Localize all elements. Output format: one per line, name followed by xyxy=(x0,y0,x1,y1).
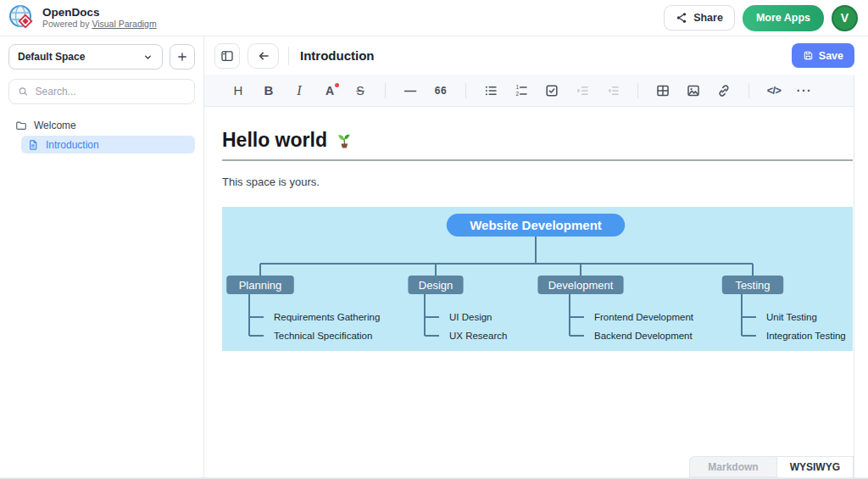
save-icon xyxy=(803,50,814,61)
bold-button-glyph: B xyxy=(264,83,274,97)
share-icon xyxy=(676,12,687,24)
body: Default Space WelcomeIntrod xyxy=(0,36,868,477)
strikethrough-button[interactable]: S xyxy=(348,79,373,103)
mindmap-leaf-label: UI Design xyxy=(449,312,492,322)
heading-button[interactable]: H xyxy=(225,79,251,103)
back-button[interactable] xyxy=(248,43,279,69)
outdent-button xyxy=(600,79,626,103)
arrow-left-icon xyxy=(257,49,270,63)
mindmap-leaf-label: Unit Testing xyxy=(766,312,817,322)
document-icon xyxy=(27,139,39,151)
space-selector-value: Default Space xyxy=(18,51,85,63)
powered-by-prefix: Powered by xyxy=(42,19,92,29)
search-box[interactable] xyxy=(8,79,195,104)
more-button-glyph: ··· xyxy=(797,84,813,97)
top-header: OpenDocs Powered by Visual Paradigm Shar… xyxy=(0,0,868,36)
code-button-glyph: </> xyxy=(767,85,782,97)
link-button[interactable] xyxy=(711,79,737,103)
horizontal-rule-button-glyph: — xyxy=(404,84,416,97)
font-color-button[interactable]: A xyxy=(317,79,342,103)
mindmap-diagram[interactable]: Website DevelopmentRequirements Gatherin… xyxy=(222,207,853,351)
heading-rule xyxy=(222,159,853,161)
mode-tab-wysiwyg[interactable]: WYSIWYG xyxy=(776,456,854,477)
user-avatar[interactable]: V xyxy=(832,5,858,31)
document-column: HBIAS—6612</>··· Hello world xyxy=(204,75,854,477)
document-heading-text: Hello world xyxy=(222,129,327,152)
task-list-button[interactable] xyxy=(539,79,565,103)
page-title: Introduction xyxy=(300,48,374,63)
tree-item-label: Welcome xyxy=(34,120,76,131)
svg-text:2: 2 xyxy=(516,91,520,97)
mindmap-root-label: Website Development xyxy=(470,218,602,232)
toolbar-divider xyxy=(385,83,386,98)
horizontal-rule-button[interactable]: — xyxy=(398,79,423,103)
share-button-label: Share xyxy=(693,12,723,24)
mindmap-leaf-label: Backend Development xyxy=(594,331,693,341)
header-actions: Share More Apps V xyxy=(664,5,858,31)
search-input[interactable] xyxy=(36,86,186,97)
mode-toggle: MarkdownWYSIWYG xyxy=(689,456,854,477)
tree-item-label: Introduction xyxy=(46,139,99,151)
space-selector[interactable]: Default Space xyxy=(8,44,163,70)
mindmap-branch-label: Testing xyxy=(735,279,770,292)
code-button[interactable]: </> xyxy=(761,79,787,103)
editor: Introduction Save HBIAS—6612</>··· Hell xyxy=(204,36,868,477)
mindmap-branch-label: Design xyxy=(419,279,453,292)
strikethrough-button-glyph: S xyxy=(356,84,364,97)
brand: OpenDocs Powered by Visual Paradigm xyxy=(8,4,157,31)
visual-paradigm-link[interactable]: Visual Paradigm xyxy=(92,19,156,29)
editor-body: HBIAS—6612</>··· Hello world xyxy=(204,75,868,477)
visual-paradigm-globe-icon xyxy=(8,4,36,31)
mindmap-leaf-label: Requirements Gathering xyxy=(274,312,380,322)
bold-button[interactable]: B xyxy=(256,79,281,103)
mindmap-leaf-label: UX Research xyxy=(449,331,507,341)
svg-text:1: 1 xyxy=(516,84,520,90)
table-button[interactable] xyxy=(650,79,676,103)
toolbar-divider xyxy=(748,83,749,98)
mindmap-leaf-label: Integration Testing xyxy=(766,331,846,341)
app-title: OpenDocs xyxy=(42,6,157,19)
toolbar-divider xyxy=(637,83,638,98)
document-heading: Hello world xyxy=(222,129,854,152)
mindmap-leaf-label: Technical Specification xyxy=(274,331,372,341)
save-button[interactable]: Save xyxy=(792,43,854,68)
mindmap-branch-label: Planning xyxy=(239,279,282,292)
scrollbar-gutter[interactable] xyxy=(854,75,868,477)
sidebar-item-welcome[interactable]: Welcome xyxy=(8,116,195,134)
sidebar: Default Space WelcomeIntrod xyxy=(0,36,204,477)
save-button-label: Save xyxy=(819,50,843,62)
document-canvas[interactable]: Hello world This space is yours. Website… xyxy=(204,107,854,477)
editor-header: Introduction Save xyxy=(204,36,868,75)
italic-button-glyph: I xyxy=(297,83,301,98)
chevron-down-icon xyxy=(142,52,153,63)
mode-tab-markdown[interactable]: Markdown xyxy=(689,456,776,477)
image-button[interactable] xyxy=(681,79,706,103)
toolbar-divider xyxy=(465,83,466,98)
document-paragraph: This space is yours. xyxy=(222,175,854,188)
more-button[interactable]: ··· xyxy=(792,79,817,103)
bullet-list-button[interactable] xyxy=(478,79,504,103)
ordered-list-button[interactable]: 12 xyxy=(509,79,534,103)
mindmap-branch-label: Development xyxy=(548,279,614,292)
font-color-button-glyph: A xyxy=(326,84,334,97)
share-button[interactable]: Share xyxy=(664,5,735,31)
plus-icon xyxy=(176,51,188,63)
blockquote-button[interactable]: 66 xyxy=(428,79,453,103)
panel-toggle-button[interactable] xyxy=(214,43,240,69)
space-row: Default Space xyxy=(8,44,195,70)
blockquote-button-glyph: 66 xyxy=(435,85,447,97)
sidebar-item-introduction[interactable]: Introduction xyxy=(21,136,195,153)
italic-button[interactable]: I xyxy=(287,79,312,103)
mindmap-leaf-label: Frontend Development xyxy=(594,312,694,322)
seedling-emoji xyxy=(335,131,353,150)
brand-text: OpenDocs Powered by Visual Paradigm xyxy=(42,6,157,30)
more-apps-button[interactable]: More Apps xyxy=(743,5,824,31)
add-page-button[interactable] xyxy=(170,44,195,70)
opendocs-window: OpenDocs Powered by Visual Paradigm Shar… xyxy=(0,0,868,479)
indent-button xyxy=(570,79,595,103)
formatting-toolbar: HBIAS—6612</>··· xyxy=(204,75,854,107)
header-divider xyxy=(288,47,289,65)
search-icon xyxy=(18,86,29,97)
heading-button-glyph: H xyxy=(234,83,243,97)
page-tree: WelcomeIntroduction xyxy=(8,116,195,153)
